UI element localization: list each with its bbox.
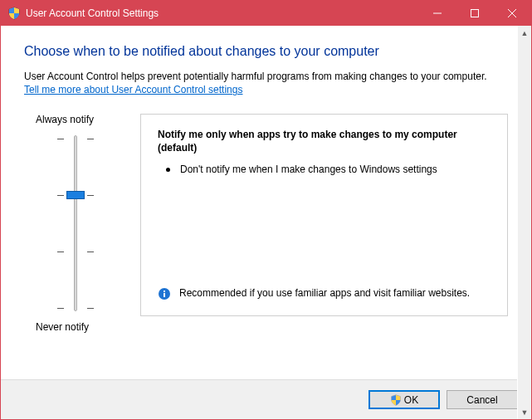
uac-shield-icon	[390, 394, 402, 406]
page-heading: Choose when to be notified about changes…	[24, 44, 508, 59]
scrollbar-track[interactable]	[518, 40, 531, 405]
slider-track[interactable]	[51, 132, 100, 315]
slider-bottom-label: Never notify	[34, 321, 89, 333]
level-detail-panel: Notify me only when apps try to make cha…	[140, 114, 508, 316]
content-area: Choose when to be notified about changes…	[1, 26, 531, 379]
slider-thumb[interactable]	[66, 191, 85, 199]
info-icon	[158, 287, 171, 300]
vertical-scrollbar[interactable]: ▲ ▼	[517, 26, 531, 419]
level-bullet: Don't notify me when I make changes to W…	[158, 163, 492, 177]
recommendation-row: Recommended if you use familiar apps and…	[158, 286, 492, 305]
level-title: Notify me only when apps try to make cha…	[158, 128, 492, 154]
uac-shield-icon	[7, 7, 21, 20]
svg-rect-5	[164, 293, 165, 297]
level-bullet-text: Don't notify me when I make changes to W…	[180, 163, 437, 177]
uac-settings-window: User Account Control Settings Choose whe…	[0, 0, 532, 420]
close-button[interactable]	[493, 1, 531, 26]
slider-top-label: Always notify	[34, 114, 94, 125]
ok-button[interactable]: OK	[368, 390, 440, 409]
dialog-footer: OK Cancel	[1, 379, 531, 419]
scroll-down-icon[interactable]: ▼	[518, 405, 531, 419]
maximize-button[interactable]	[456, 1, 493, 26]
recommendation-text: Recommended if you use familiar apps and…	[179, 286, 470, 300]
cancel-button[interactable]: Cancel	[447, 390, 518, 409]
cancel-button-label: Cancel	[466, 394, 497, 406]
svg-rect-1	[471, 10, 478, 17]
intro-text: User Account Control helps prevent poten…	[24, 71, 508, 82]
window-title: User Account Control Settings	[26, 7, 159, 19]
titlebar[interactable]: User Account Control Settings	[1, 1, 531, 26]
ok-button-label: OK	[404, 394, 418, 406]
scroll-up-icon[interactable]: ▲	[518, 26, 531, 40]
bullet-icon	[166, 168, 170, 172]
help-link[interactable]: Tell me more about User Account Control …	[24, 84, 242, 95]
minimize-button[interactable]	[418, 1, 456, 26]
svg-rect-6	[164, 291, 165, 292]
notification-slider: Always notify Never notify	[34, 114, 117, 333]
client-area: Choose when to be notified about changes…	[1, 26, 531, 419]
